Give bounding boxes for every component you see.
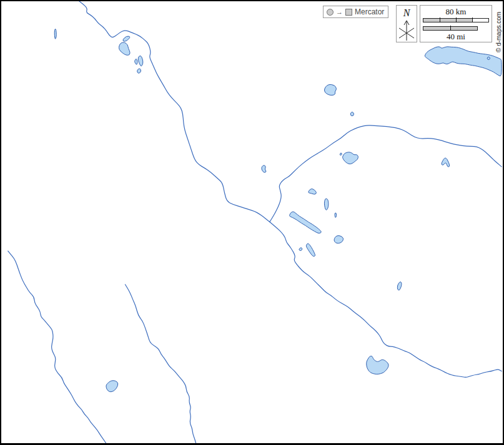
flat-map-square-icon	[345, 9, 352, 16]
lake-slant-nw	[138, 56, 143, 66]
projection-legend: → Mercator	[323, 6, 388, 18]
map-frame: → Mercator N 80 km 40 mi © d-maps.com	[0, 0, 504, 445]
lake-big-northeast	[425, 47, 502, 76]
lake-blob-nw	[119, 42, 131, 55]
lake-bean-east	[397, 282, 402, 290]
lake-dot-mid	[299, 248, 302, 251]
lake-triangle-nw	[123, 36, 130, 41]
copyright-watermark: © d-maps.com	[495, 12, 502, 52]
lake-blob-mid	[334, 236, 343, 243]
lake-small-center	[262, 165, 266, 172]
lake-vertical-mid	[324, 198, 328, 210]
river-southwest	[125, 285, 195, 443]
scale-km-bar	[423, 18, 489, 22]
north-indicator: N	[396, 5, 417, 42]
lake-sliver-nw	[54, 29, 56, 39]
river-northwest	[79, 1, 270, 222]
lake-comma-nw	[135, 59, 137, 64]
lake-top-center	[325, 84, 337, 95]
lake-small-nw	[137, 69, 141, 73]
scale-mi-bar	[423, 26, 478, 31]
map-canvas	[1, 1, 503, 443]
projection-arrow-icon: →	[336, 9, 343, 16]
island-northeast	[487, 57, 490, 59]
lake-crescent-mid	[306, 243, 315, 257]
projection-label: Mercator	[355, 7, 384, 16]
scale-bar: 80 km 40 mi	[420, 5, 492, 42]
scale-km-label: 80 km	[420, 7, 492, 16]
lake-mid-dot	[340, 153, 342, 155]
compass-star-icon	[397, 18, 416, 42]
globe-circle-icon	[327, 9, 334, 16]
lake-mid-center	[343, 152, 358, 164]
scale-mi-label: 40 mi	[420, 32, 492, 41]
river-west-long	[8, 251, 106, 443]
lake-small-southwest	[106, 381, 118, 392]
lake-sliver-mid	[335, 213, 337, 218]
lake-chevron-east	[442, 158, 450, 167]
lake-small-mid1	[309, 189, 317, 195]
river-northeast	[270, 125, 502, 222]
north-label: N	[397, 8, 417, 18]
lake-tiny-circle	[350, 112, 353, 115]
lake-south	[367, 356, 388, 374]
lake-long-diagonal	[290, 212, 322, 233]
river-main-southeast	[270, 222, 502, 378]
